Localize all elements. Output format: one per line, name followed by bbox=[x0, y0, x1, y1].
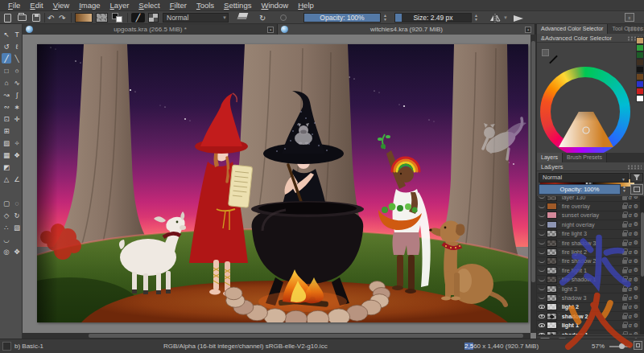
layer-name[interactable]: shadow 3 bbox=[562, 294, 621, 302]
lock-icon[interactable] bbox=[622, 297, 627, 301]
layer-settings-icon[interactable]: ⚙ bbox=[634, 212, 638, 219]
alpha-lock-icon[interactable]: α bbox=[629, 249, 632, 255]
menu-filter[interactable]: Filter bbox=[165, 0, 192, 11]
calligraphy-tool[interactable]: ℓ bbox=[12, 41, 22, 51]
layer-visible-icon[interactable] bbox=[539, 333, 545, 335]
menu-edit[interactable]: Edit bbox=[25, 0, 47, 11]
close-tab-icon[interactable]: ▪ bbox=[267, 27, 274, 33]
layer-settings-icon[interactable]: ⚙ bbox=[634, 322, 638, 329]
brush-preset-icon[interactable] bbox=[2, 342, 11, 351]
size-spinner[interactable]: ▲▼ bbox=[473, 13, 479, 23]
layer-name[interactable]: layer 130 bbox=[562, 196, 621, 201]
layer-settings-icon[interactable]: ⚙ bbox=[634, 285, 638, 292]
edit-shapes-tool[interactable]: ↺ bbox=[2, 41, 11, 51]
layer-hidden-icon[interactable] bbox=[539, 223, 545, 226]
zoom-slider-handle[interactable] bbox=[619, 343, 625, 349]
save-button[interactable] bbox=[32, 13, 40, 23]
layer-row[interactable]: ◦shadow 1α⚙ bbox=[537, 330, 640, 335]
alpha-lock-icon[interactable]: α bbox=[629, 203, 632, 209]
layer-settings-icon[interactable]: ⚙ bbox=[634, 313, 638, 319]
layer-row[interactable]: ◦fire shadow 2α⚙ bbox=[537, 257, 640, 266]
layer-name[interactable]: night overlay bbox=[562, 221, 621, 228]
size-slider[interactable]: Size: 2.49 px bbox=[394, 13, 472, 23]
freehand-path-tool[interactable]: ∫ bbox=[12, 89, 22, 100]
menu-image[interactable]: Image bbox=[74, 0, 105, 11]
layer-row[interactable]: ◦fire overlayα⚙ bbox=[537, 202, 640, 211]
lock-icon[interactable] bbox=[622, 324, 627, 328]
alpha-lock-icon[interactable]: α bbox=[629, 240, 632, 246]
lock-icon[interactable] bbox=[622, 269, 627, 273]
layer-settings-icon[interactable]: ⚙ bbox=[634, 196, 638, 200]
alpha-lock-icon[interactable]: α bbox=[629, 231, 632, 236]
layer-thumbnail[interactable] bbox=[547, 248, 557, 256]
lock-icon[interactable] bbox=[622, 260, 627, 264]
lock-icon[interactable] bbox=[622, 196, 627, 200]
history-color-swatch[interactable] bbox=[636, 88, 644, 95]
layer-settings-icon[interactable]: ⚙ bbox=[634, 203, 638, 210]
layer-hidden-icon[interactable] bbox=[539, 296, 545, 299]
blending-mode-dropdown[interactable]: Normal bbox=[163, 13, 229, 23]
layer-row[interactable]: ◦light 3α⚙ bbox=[537, 285, 640, 293]
eraser-mode-button[interactable] bbox=[237, 13, 249, 19]
polygon-tool[interactable]: ⌂ bbox=[2, 77, 11, 88]
layer-thumbnail[interactable] bbox=[547, 257, 557, 265]
layer-settings-icon[interactable]: ⚙ bbox=[634, 221, 638, 228]
layer-blend-dropdown[interactable]: Normal ▼ bbox=[539, 173, 629, 183]
tab-brush-presets[interactable]: Brush Presets bbox=[563, 153, 607, 162]
horiz-scrollbar[interactable] bbox=[23, 333, 530, 339]
layer-hidden-icon[interactable] bbox=[539, 278, 545, 281]
alpha-lock-icon[interactable]: α bbox=[629, 258, 632, 264]
history-color-swatch[interactable] bbox=[636, 44, 644, 51]
measure-tool[interactable]: ∠ bbox=[12, 174, 22, 184]
layer-row[interactable]: ◦night overlayα⚙ bbox=[537, 220, 640, 229]
shape-select-tool[interactable]: ↖ bbox=[2, 29, 11, 39]
rectangle-tool[interactable]: □ bbox=[2, 65, 11, 76]
layer-row[interactable]: ◦layer 130α⚙ bbox=[537, 196, 640, 202]
opacity-slider[interactable]: Opacity: 100% bbox=[303, 13, 381, 23]
ellipse-tool[interactable]: ○ bbox=[12, 65, 22, 76]
history-color-swatch[interactable] bbox=[636, 66, 644, 73]
history-color-swatch[interactable] bbox=[636, 95, 644, 102]
lock-icon[interactable] bbox=[622, 242, 627, 246]
opacity-spinner[interactable]: ▲▼ bbox=[382, 13, 388, 23]
polygonal-select-tool[interactable]: ◇ bbox=[2, 210, 11, 220]
image-dimensions[interactable]: 2,560 x 1,440 (920.7 MiB) bbox=[464, 343, 539, 350]
lock-icon[interactable] bbox=[622, 278, 627, 282]
layer-view-mode-button[interactable] bbox=[630, 184, 643, 195]
layer-thumbnail[interactable] bbox=[547, 221, 557, 228]
lock-icon[interactable] bbox=[622, 251, 627, 255]
lock-icon[interactable] bbox=[622, 288, 627, 292]
canvas-only-button[interactable] bbox=[634, 341, 642, 350]
layer-hidden-icon[interactable] bbox=[539, 205, 545, 208]
alpha-lock-icon[interactable]: α bbox=[629, 322, 632, 328]
layer-name[interactable]: shadow 2 bbox=[562, 313, 621, 320]
layer-thumbnail[interactable] bbox=[547, 240, 557, 247]
zoom-tool[interactable]: ◎ bbox=[2, 246, 11, 257]
history-color-swatch[interactable] bbox=[636, 73, 644, 80]
layer-visible-icon[interactable] bbox=[539, 323, 545, 327]
layer-visible-icon[interactable] bbox=[539, 305, 545, 309]
layer-name[interactable]: light 2 bbox=[562, 303, 621, 310]
layer-name[interactable]: fire light 1 bbox=[562, 267, 621, 274]
menu-select[interactable]: Select bbox=[134, 0, 164, 11]
canvas-viewport[interactable] bbox=[23, 35, 536, 339]
layer-row[interactable]: ◦light 2α⚙ bbox=[537, 303, 640, 312]
layer-hidden-icon[interactable] bbox=[539, 251, 545, 254]
layer-settings-icon[interactable]: ⚙ bbox=[634, 231, 638, 237]
lock-icon[interactable] bbox=[622, 232, 627, 236]
crop-tool[interactable]: ⊞ bbox=[2, 125, 11, 136]
bezier-select-tool[interactable]: ◡ bbox=[2, 234, 11, 244]
layer-thumbnail[interactable] bbox=[547, 211, 557, 219]
layer-settings-icon[interactable]: ⚙ bbox=[634, 331, 638, 335]
mirror-horizontal-button[interactable] bbox=[489, 13, 502, 23]
layer-name[interactable]: light 1 bbox=[562, 322, 621, 329]
layer-filter-button[interactable] bbox=[630, 173, 643, 183]
brush-presets-button[interactable] bbox=[148, 13, 159, 23]
preserve-alpha-button[interactable] bbox=[280, 14, 287, 21]
open-document-button[interactable] bbox=[18, 13, 27, 23]
fill-tool[interactable]: ◩ bbox=[2, 162, 11, 172]
layer-row[interactable]: ◦fire shadow 1α⚙ bbox=[537, 276, 640, 285]
history-color-swatch[interactable] bbox=[636, 59, 644, 66]
undo-button[interactable]: ↶ bbox=[47, 13, 54, 23]
history-color-swatch[interactable] bbox=[636, 80, 644, 88]
